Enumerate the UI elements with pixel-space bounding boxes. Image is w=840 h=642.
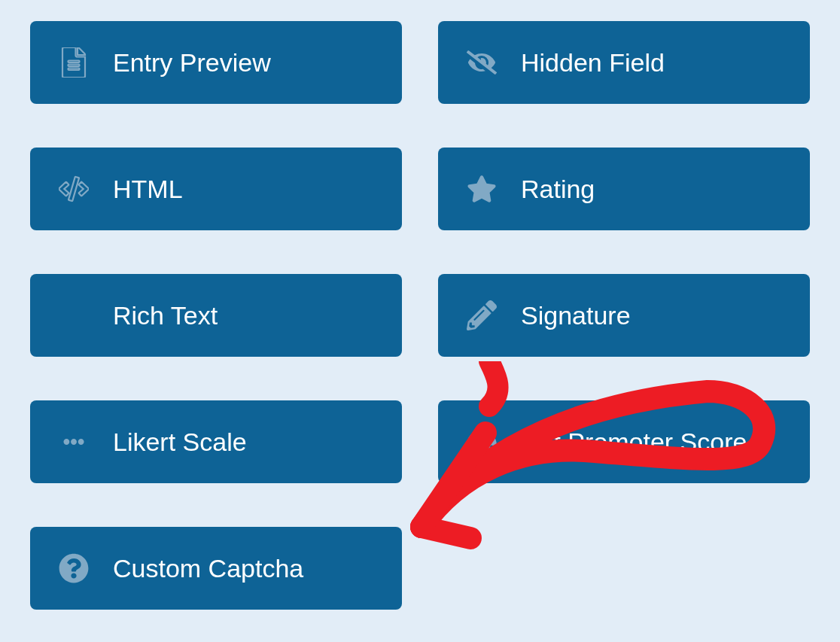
field-label: Rating <box>521 175 595 204</box>
field-likert-scale[interactable]: Likert Scale <box>30 400 402 483</box>
question-circle-icon <box>57 552 90 585</box>
field-label: Custom Captcha <box>113 554 303 583</box>
field-hidden-field[interactable]: Hidden Field <box>438 21 810 104</box>
field-signature[interactable]: Signature <box>438 274 810 357</box>
field-label: HTML <box>113 175 183 204</box>
field-html[interactable]: HTML <box>30 148 402 230</box>
ellipsis-icon <box>57 425 90 458</box>
field-rich-text[interactable]: Rich Text <box>30 274 402 357</box>
file-text-icon <box>57 46 90 79</box>
field-label: Net Promoter Score <box>521 427 747 457</box>
field-entry-preview[interactable]: Entry Preview <box>30 21 402 104</box>
star-icon <box>465 172 498 205</box>
field-label: Signature <box>521 301 631 330</box>
field-label: Likert Scale <box>113 427 247 457</box>
field-type-grid: Entry Preview Hidden Field HTML Rating R… <box>30 21 810 610</box>
field-rating[interactable]: Rating <box>438 148 810 230</box>
field-label: Rich Text <box>113 301 218 330</box>
dashboard-icon <box>465 425 498 458</box>
field-net-promoter-score[interactable]: Net Promoter Score <box>438 400 810 483</box>
edit-icon <box>57 299 90 332</box>
code-icon <box>57 172 90 205</box>
pencil-icon <box>465 299 498 332</box>
field-label: Entry Preview <box>113 48 271 78</box>
eye-slash-icon <box>465 46 498 79</box>
field-label: Hidden Field <box>521 48 665 78</box>
field-custom-captcha[interactable]: Custom Captcha <box>30 527 402 610</box>
